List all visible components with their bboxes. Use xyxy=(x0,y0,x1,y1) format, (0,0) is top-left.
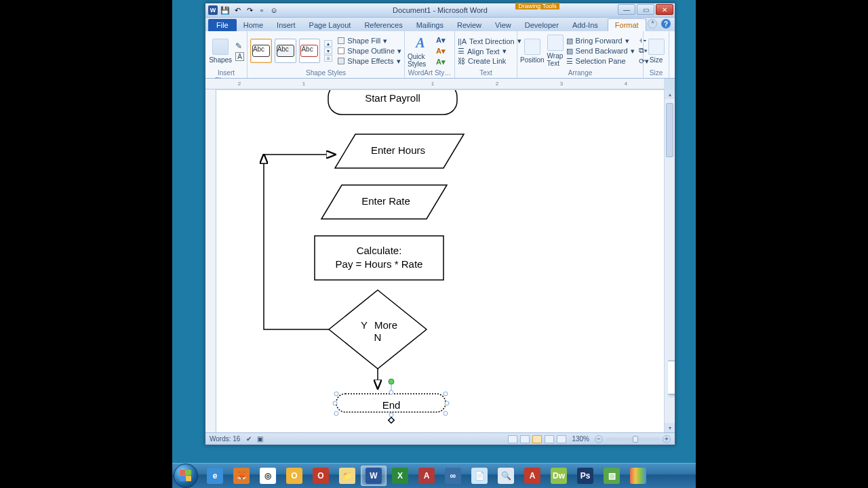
taskbar-app-green[interactable]: ▧ xyxy=(599,466,625,486)
tab-insert[interactable]: Insert xyxy=(270,19,302,31)
shape-enter-rate[interactable]: Enter Rate xyxy=(321,185,447,219)
shape-fill-button[interactable]: Shape Fill ▾ xyxy=(338,37,401,45)
background-window-peek[interactable]: W xyxy=(668,361,675,394)
taskbar-app-blue[interactable]: ∞ xyxy=(440,466,466,486)
close-button[interactable]: ✕ xyxy=(656,4,673,15)
shape-effects-button[interactable]: Shape Effects ▾ xyxy=(338,57,401,66)
shape-style-2[interactable]: Abc xyxy=(275,39,296,63)
minimize-ribbon-icon[interactable]: ˄ xyxy=(648,19,657,28)
taskbar-outlook[interactable]: O xyxy=(281,466,307,486)
taskbar-photoshop[interactable]: Ps xyxy=(572,466,598,486)
taskbar[interactable]: e🦊◎OO📁WXA∞📄🔍ADwPs▧ xyxy=(172,463,696,488)
gallery-down-icon[interactable]: ▾ xyxy=(324,47,332,54)
document-page[interactable]: Start Payroll Enter Hours Enter Rate Cal… xyxy=(216,89,664,432)
taskbar-firefox[interactable]: 🦊 xyxy=(229,466,254,486)
scroll-down-icon[interactable]: ▾ xyxy=(665,423,675,432)
tab-mailings[interactable]: Mailings xyxy=(410,19,450,31)
taskbar-excel[interactable]: X xyxy=(387,466,413,486)
tab-review[interactable]: Review xyxy=(450,19,488,31)
minimize-button[interactable]: — xyxy=(618,4,635,15)
maximize-button[interactable]: ▭ xyxy=(637,4,654,15)
proofing-icon[interactable]: ✔ xyxy=(246,435,252,443)
send-backward-button[interactable]: ▨Send Backward ▾ xyxy=(566,47,635,56)
svg-text:Enter Rate: Enter Rate xyxy=(361,195,410,207)
horizontal-ruler[interactable]: 2 1 1 2 3 4 xyxy=(205,79,664,89)
shape-start[interactable]: Start Payroll xyxy=(328,90,457,115)
shape-calculate[interactable]: Calculate: Pay = Hours * Rate xyxy=(315,236,443,280)
zoom-in-button[interactable]: + xyxy=(663,435,671,443)
tab-view[interactable]: View xyxy=(488,19,518,31)
selection-pane-button[interactable]: ☰Selection Pane xyxy=(566,57,635,66)
zoom-level[interactable]: 130% xyxy=(572,435,589,443)
zoom-slider[interactable] xyxy=(606,438,660,441)
view-full-screen[interactable] xyxy=(520,435,530,443)
scroll-thumb[interactable] xyxy=(666,103,673,157)
view-print-layout[interactable] xyxy=(508,435,517,443)
shapes-button[interactable]: Shapes xyxy=(208,39,233,64)
taskbar-word[interactable]: W xyxy=(361,466,387,486)
tab-file[interactable]: File xyxy=(208,19,237,31)
svg-text:Start Payroll: Start Payroll xyxy=(365,92,420,104)
tab-format[interactable]: Format xyxy=(608,18,646,31)
start-button[interactable] xyxy=(174,464,198,488)
taskbar-chrome[interactable]: ◎ xyxy=(255,466,281,486)
wrap-icon xyxy=(547,35,564,51)
status-left: Words: 16 ✔ ▣ xyxy=(210,435,263,443)
svg-text:End: End xyxy=(382,399,401,411)
macro-icon[interactable]: ▣ xyxy=(257,435,263,443)
position-button[interactable]: Position xyxy=(520,39,545,64)
svg-text:N: N xyxy=(374,331,382,343)
text-fill-icon[interactable]: A▾ xyxy=(436,36,446,45)
size-button[interactable]: Size xyxy=(646,39,666,64)
create-link-button[interactable]: ⛓Create Link xyxy=(458,57,521,65)
tab-home[interactable]: Home xyxy=(237,19,270,31)
shape-enter-hours[interactable]: Enter Hours xyxy=(335,134,464,168)
title-bar[interactable]: W 💾 ↶ ↷ ▫ ☺ Document1 - Microsoft Word D… xyxy=(205,3,675,18)
text-effects-icon[interactable]: A▾ xyxy=(436,58,446,66)
text-direction-button[interactable]: ||AText Direction ▾ xyxy=(458,37,521,45)
view-web-layout[interactable] xyxy=(532,435,542,443)
wrap-text-button[interactable]: Wrap Text xyxy=(547,35,564,67)
taskbar-dreamweaver[interactable]: Dw xyxy=(546,466,572,486)
vertical-ruler[interactable] xyxy=(205,89,216,432)
shape-style-1[interactable]: Abc xyxy=(250,39,272,63)
shape-end-selected[interactable]: End xyxy=(333,379,449,423)
word-count-value[interactable]: 16 xyxy=(233,435,240,443)
svg-point-15 xyxy=(334,392,338,396)
shape-decision[interactable]: Y More N xyxy=(329,290,427,369)
bring-forward-button[interactable]: ▧Bring Forward ▾ xyxy=(566,37,635,45)
text-outline-icon[interactable]: A▾ xyxy=(436,47,446,56)
gallery-up-icon[interactable]: ▴ xyxy=(324,40,332,47)
text-box-icon[interactable]: A xyxy=(235,52,244,61)
taskbar-opera[interactable]: O xyxy=(308,466,334,486)
quick-styles-button[interactable]: A Quick Styles xyxy=(408,34,433,68)
tab-page-layout[interactable]: Page Layout xyxy=(302,19,358,31)
tab-references[interactable]: References xyxy=(357,19,409,31)
word-count-label[interactable]: Words: xyxy=(210,435,231,443)
taskbar-explorer[interactable]: 📁 xyxy=(334,466,360,486)
forward-icon: ▧ xyxy=(566,37,573,45)
taskbar-magnifier[interactable]: 🔍 xyxy=(493,466,519,486)
zoom-out-button[interactable]: − xyxy=(595,435,603,443)
tab-addins[interactable]: Add-Ins xyxy=(566,19,605,31)
taskbar-app-rainbow[interactable] xyxy=(625,466,651,486)
taskbar-internet-explorer[interactable]: e xyxy=(202,466,228,486)
edit-shape-icon[interactable]: ✎ xyxy=(235,41,244,51)
taskbar-notepad[interactable]: 📄 xyxy=(467,466,492,486)
help-icon[interactable]: ? xyxy=(661,19,671,28)
view-draft[interactable] xyxy=(557,435,566,443)
tab-developer[interactable]: Developer xyxy=(518,19,566,31)
new-icon[interactable]: ▫ xyxy=(257,5,267,15)
redo-icon[interactable]: ↷ xyxy=(245,5,254,15)
shape-style-3[interactable]: Abc xyxy=(299,39,321,63)
gallery-more-icon[interactable]: ≡ xyxy=(324,55,332,62)
smiley-icon[interactable]: ☺ xyxy=(269,5,279,15)
view-outline[interactable] xyxy=(545,435,554,443)
align-text-button[interactable]: ☰Align Text ▾ xyxy=(458,47,521,56)
undo-icon[interactable]: ↶ xyxy=(233,5,242,15)
shape-outline-button[interactable]: Shape Outline ▾ xyxy=(338,47,401,56)
taskbar-adobe-reader[interactable]: A xyxy=(519,466,545,486)
save-icon[interactable]: 💾 xyxy=(220,5,230,15)
taskbar-access[interactable]: A xyxy=(414,466,439,486)
scroll-up-icon[interactable]: ▴ xyxy=(665,89,675,99)
